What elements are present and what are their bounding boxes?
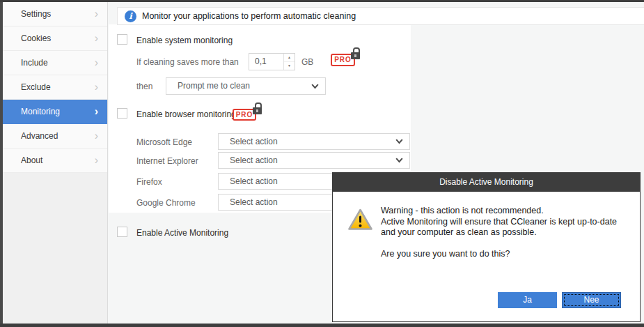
info-icon: i <box>125 10 136 22</box>
dialog-message-line: Warning - this action is not recommended… <box>381 206 617 217</box>
sidebar-item-label: Exclude <box>21 82 51 92</box>
sidebar-item-exclude[interactable]: Exclude › <box>3 75 107 100</box>
yes-button[interactable]: Ja <box>498 292 557 308</box>
threshold-spinner[interactable]: 0,1 ▲▼ <box>249 53 295 70</box>
enable-active-monitoring-checkbox[interactable] <box>117 227 127 237</box>
window-top-edge <box>0 0 644 2</box>
sidebar-item-cookies[interactable]: Cookies › <box>3 26 107 51</box>
info-banner: i Monitor your applications to perform a… <box>117 7 644 25</box>
browser-label-firefox: Firefox <box>136 177 162 187</box>
chevron-right-icon: › <box>95 75 98 99</box>
dialog-message: Warning - this action is not recommended… <box>381 206 617 238</box>
enable-active-monitoring-label[interactable]: Enable Active Monitoring <box>136 228 228 238</box>
firefox-action-selected-value: Select action <box>230 174 278 189</box>
settings-sidebar: Settings › Cookies › Include › Exclude ›… <box>0 2 108 327</box>
sidebar-item-label: Include <box>21 58 48 68</box>
sidebar-item-about[interactable]: About › <box>3 149 107 173</box>
warning-icon <box>347 208 373 231</box>
lock-icon <box>253 102 263 116</box>
sidebar-item-label: About <box>21 155 42 165</box>
internet-explorer-action-selected-value: Select action <box>230 153 278 168</box>
disable-active-monitoring-dialog: Disable Active Monitoring Warning - this… <box>332 172 641 322</box>
edge-action-dropdown[interactable]: Select action <box>218 133 410 150</box>
chevron-down-icon <box>311 84 319 89</box>
no-button[interactable]: Nee <box>562 292 621 308</box>
sidebar-item-label: Advanced <box>21 131 58 141</box>
sidebar-item-monitoring[interactable]: Monitoring › <box>3 100 107 124</box>
gb-unit-label: GB <box>301 57 313 67</box>
enable-system-monitoring-checkbox[interactable] <box>117 34 127 45</box>
clean-action-selected-value: Prompt me to clean <box>178 78 250 94</box>
edge-action-selected-value: Select action <box>230 134 278 149</box>
sidebar-item-label: Settings <box>21 9 51 19</box>
browser-label-google-chrome: Google Chrome <box>136 198 196 208</box>
threshold-value[interactable]: 0,1 <box>255 54 267 70</box>
internet-explorer-action-dropdown[interactable]: Select action <box>218 152 410 169</box>
lock-keyhole <box>354 54 356 57</box>
dialog-message-line: and your computer as clean as possible. <box>381 227 617 238</box>
dialog-title-bar: Disable Active Monitoring <box>333 173 640 192</box>
enable-system-monitoring-label[interactable]: Enable system monitoring <box>136 36 233 45</box>
spinner-buttons: ▲▼ <box>283 54 294 70</box>
enable-browser-monitoring-checkbox[interactable] <box>117 108 127 119</box>
spinner-down-icon[interactable]: ▼ <box>284 61 294 70</box>
chevron-down-icon <box>395 158 403 163</box>
chevron-right-icon: › <box>95 149 98 172</box>
chevron-right-icon: › <box>95 2 98 26</box>
ccleaner-settings-window: Settings › Cookies › Include › Exclude ›… <box>0 0 644 327</box>
dialog-message-line: Active Monitoring will ensure that CClea… <box>381 217 617 228</box>
saves-more-than-label: If cleaning saves more than <box>136 57 239 67</box>
enable-browser-monitoring-label[interactable]: Enable browser monitoring <box>136 109 236 119</box>
window-bottom-edge <box>0 324 644 327</box>
sidebar-item-label: Cookies <box>21 33 51 43</box>
sidebar-empty-area <box>3 173 107 327</box>
dialog-question: Are you sure you want to do this? <box>381 249 510 259</box>
sidebar-item-include[interactable]: Include › <box>3 51 107 75</box>
chevron-right-icon: › <box>95 124 98 148</box>
lock-icon <box>351 47 361 61</box>
clean-action-dropdown[interactable]: Prompt me to clean <box>166 77 326 95</box>
sidebar-item-label: Monitoring <box>21 107 60 116</box>
browser-label-microsoft-edge: Microsoft Edge <box>136 137 192 147</box>
chrome-action-selected-value: Select action <box>230 195 278 210</box>
chevron-down-icon <box>395 139 403 144</box>
browser-label-internet-explorer: Internet Explorer <box>136 156 198 166</box>
chevron-right-icon: › <box>95 51 98 75</box>
lock-keyhole <box>256 109 258 112</box>
then-label: then <box>136 82 152 91</box>
chevron-right-icon: › <box>95 100 98 123</box>
info-banner-text: Monitor your applications to perform aut… <box>142 8 356 24</box>
sidebar-item-advanced[interactable]: Advanced › <box>3 124 107 149</box>
sidebar-item-settings[interactable]: Settings › <box>3 2 107 26</box>
chevron-right-icon: › <box>95 26 98 50</box>
